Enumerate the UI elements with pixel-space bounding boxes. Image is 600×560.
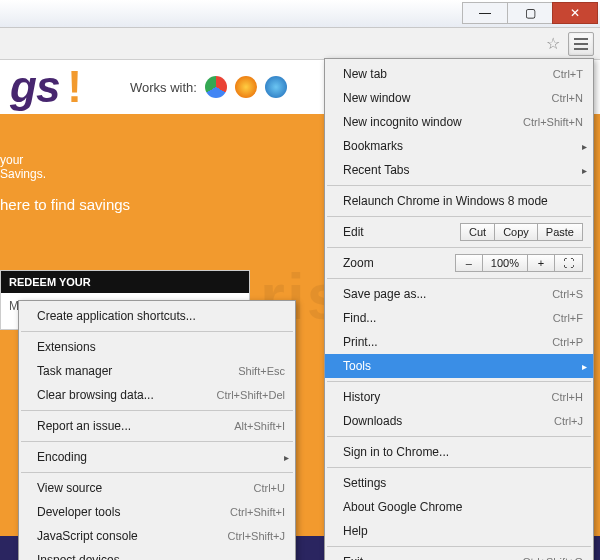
tools-menu-separator: [21, 410, 293, 411]
main-menu-item-bookmarks[interactable]: Bookmarks▸: [325, 134, 593, 158]
submenu-arrow-icon: ▸: [582, 361, 587, 372]
main-menu-separator: [327, 436, 591, 437]
menu-item-label: Find...: [343, 311, 376, 325]
tools-menu-item-create-application-shortcuts[interactable]: Create application shortcuts...: [19, 304, 295, 328]
menu-item-label: Recent Tabs: [343, 163, 410, 177]
menu-item-label: New tab: [343, 67, 387, 81]
tools-menu-item-developer-tools[interactable]: Developer toolsCtrl+Shift+I: [19, 500, 295, 524]
main-menu-item-zoom[interactable]: Zoom–100%+⛶: [325, 251, 593, 275]
main-menu-separator: [327, 467, 591, 468]
menu-item-label: Sign in to Chrome...: [343, 445, 449, 459]
shortcut-label: Ctrl+T: [523, 68, 583, 80]
main-menu-item-help[interactable]: Help: [325, 519, 593, 543]
shortcut-label: Ctrl+H: [522, 391, 583, 403]
tools-menu-item-extensions[interactable]: Extensions: [19, 335, 295, 359]
shortcut-label: Alt+Shift+I: [204, 420, 285, 432]
browser-toolbar: ☆: [0, 28, 600, 60]
main-menu-separator: [327, 216, 591, 217]
shortcut-label: Ctrl+Shift+J: [198, 530, 285, 542]
window-titlebar: — ▢ ✕: [0, 0, 600, 28]
works-with-label: Works with:: [130, 80, 197, 95]
main-menu-item-save-page-as[interactable]: Save page as...Ctrl+S: [325, 282, 593, 306]
shortcut-label: Ctrl+S: [522, 288, 583, 300]
shortcut-label: Ctrl+Shift+Q: [492, 556, 583, 560]
zoom-level[interactable]: 100%: [482, 254, 528, 272]
tools-menu-item-clear-browsing-data[interactable]: Clear browsing data...Ctrl+Shift+Del: [19, 383, 295, 407]
main-menu-item-recent-tabs[interactable]: Recent Tabs▸: [325, 158, 593, 182]
main-menu-item-find[interactable]: Find...Ctrl+F: [325, 306, 593, 330]
menu-item-label: Create application shortcuts...: [37, 309, 196, 323]
shortcut-label: Ctrl+F: [523, 312, 583, 324]
tools-menu-item-report-an-issue[interactable]: Report an issue...Alt+Shift+I: [19, 414, 295, 438]
main-menu-separator: [327, 247, 591, 248]
tools-menu-separator: [21, 441, 293, 442]
main-menu-item-edit[interactable]: EditCutCopyPaste: [325, 220, 593, 244]
main-menu-item-downloads[interactable]: DownloadsCtrl+J: [325, 409, 593, 433]
edit-cut-button[interactable]: Cut: [460, 223, 495, 241]
main-menu-item-relaunch-chrome-in-windows-8-mode[interactable]: Relaunch Chrome in Windows 8 mode: [325, 189, 593, 213]
edit-paste-button[interactable]: Paste: [537, 223, 583, 241]
main-menu-item-tools[interactable]: Tools▸: [325, 354, 593, 378]
main-menu-item-new-incognito-window[interactable]: New incognito windowCtrl+Shift+N: [325, 110, 593, 134]
main-menu-item-settings[interactable]: Settings: [325, 471, 593, 495]
site-logo: gs: [10, 62, 59, 112]
shortcut-label: Ctrl+Shift+Del: [187, 389, 285, 401]
ie-icon: [265, 76, 287, 98]
bookmark-star-icon[interactable]: ☆: [542, 33, 564, 55]
main-menu-separator: [327, 278, 591, 279]
edit-copy-button[interactable]: Copy: [494, 223, 538, 241]
main-menu-item-exit[interactable]: ExitCtrl+Shift+Q: [325, 550, 593, 560]
menu-item-label: Clear browsing data...: [37, 388, 154, 402]
zoom-in-button[interactable]: +: [527, 254, 555, 272]
tools-menu-item-task-manager[interactable]: Task managerShift+Esc: [19, 359, 295, 383]
tools-menu-item-encoding[interactable]: Encoding▸: [19, 445, 295, 469]
menu-item-label: Zoom: [343, 256, 374, 270]
tools-menu-item-javascript-console[interactable]: JavaScript consoleCtrl+Shift+J: [19, 524, 295, 548]
firefox-icon: [235, 76, 257, 98]
menu-item-label: Tools: [343, 359, 371, 373]
shortcut-label: Ctrl+U: [224, 482, 285, 494]
main-menu-item-about-google-chrome[interactable]: About Google Chrome: [325, 495, 593, 519]
tools-menu-item-view-source[interactable]: View sourceCtrl+U: [19, 476, 295, 500]
main-menu-item-print[interactable]: Print...Ctrl+P: [325, 330, 593, 354]
menu-item-label: History: [343, 390, 380, 404]
menu-item-label: Help: [343, 524, 368, 538]
menu-item-label: Report an issue...: [37, 419, 131, 433]
menu-item-label: JavaScript console: [37, 529, 138, 543]
menu-item-label: View source: [37, 481, 102, 495]
tools-menu-separator: [21, 472, 293, 473]
menu-item-label: Downloads: [343, 414, 402, 428]
main-menu-separator: [327, 381, 591, 382]
tools-menu-item-inspect-devices[interactable]: Inspect devices: [19, 548, 295, 560]
main-menu-item-history[interactable]: HistoryCtrl+H: [325, 385, 593, 409]
menu-item-label: Exit: [343, 555, 363, 560]
main-menu-item-sign-in-to-chrome[interactable]: Sign in to Chrome...: [325, 440, 593, 464]
shortcut-label: Ctrl+Shift+N: [493, 116, 583, 128]
main-menu-separator: [327, 546, 591, 547]
menu-item-label: Print...: [343, 335, 378, 349]
menu-item-label: Bookmarks: [343, 139, 403, 153]
menu-item-label: Save page as...: [343, 287, 426, 301]
fullscreen-button[interactable]: ⛶: [554, 254, 583, 272]
main-menu-item-new-tab[interactable]: New tabCtrl+T: [325, 62, 593, 86]
zoom-out-button[interactable]: –: [455, 254, 483, 272]
hamburger-menu-button[interactable]: [568, 32, 594, 56]
submenu-arrow-icon: ▸: [582, 165, 587, 176]
chrome-icon: [205, 76, 227, 98]
menu-item-label: New incognito window: [343, 115, 462, 129]
shortcut-label: Ctrl+P: [522, 336, 583, 348]
menu-item-label: Developer tools: [37, 505, 120, 519]
menu-item-label: Extensions: [37, 340, 96, 354]
logo-exclaim: !: [67, 62, 82, 112]
main-menu-item-new-window[interactable]: New windowCtrl+N: [325, 86, 593, 110]
window-close-button[interactable]: ✕: [552, 2, 598, 24]
shortcut-label: Ctrl+N: [522, 92, 583, 104]
menu-item-label: New window: [343, 91, 410, 105]
chrome-main-menu: New tabCtrl+TNew windowCtrl+NNew incogni…: [324, 58, 594, 560]
window-minimize-button[interactable]: —: [462, 2, 508, 24]
tools-submenu: Create application shortcuts...Extension…: [18, 300, 296, 560]
menu-item-label: Edit: [343, 225, 364, 239]
submenu-arrow-icon: ▸: [284, 452, 289, 463]
submenu-arrow-icon: ▸: [582, 141, 587, 152]
window-maximize-button[interactable]: ▢: [507, 2, 553, 24]
